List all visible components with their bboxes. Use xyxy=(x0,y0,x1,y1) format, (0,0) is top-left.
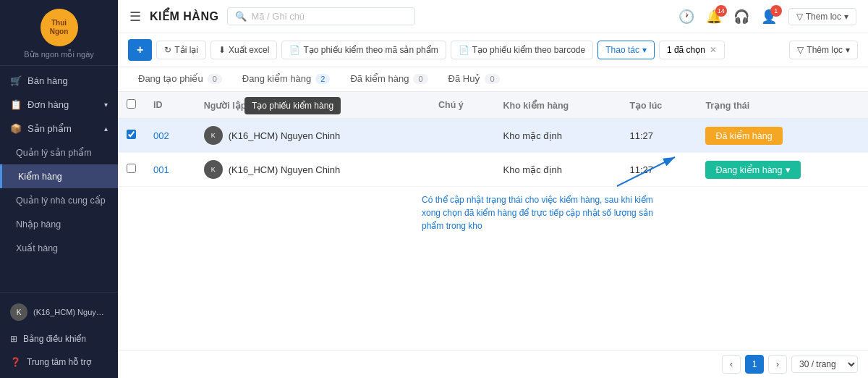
create-by-barcode-label: Tạo phiếu kiểm theo barcode xyxy=(472,45,585,55)
header-warehouse: Kho kiểm hàng xyxy=(495,92,621,119)
row-warehouse: Kho mặc định xyxy=(495,119,621,153)
row-id[interactable]: 001 xyxy=(145,153,195,187)
filter-label: Thêm lọc xyxy=(807,45,843,55)
row-id[interactable]: 002 xyxy=(145,119,195,153)
theme-button[interactable]: ▽ Them loc ▾ xyxy=(788,8,856,25)
sidebar-tagline: Bữa ngon mỗi ngày xyxy=(24,50,94,59)
export-label: Xuất excel xyxy=(229,45,269,55)
reload-label: Tải lại xyxy=(174,45,198,55)
topbar-right: 🕐 🔔 14 🎧 👤 1 ▽ Them loc ▾ xyxy=(678,8,856,25)
tabs-bar: Đang tạo phiếu 0 Đang kiểm hàng 2 Đã kiể… xyxy=(118,67,868,92)
row-checkbox-cell[interactable] xyxy=(118,119,145,153)
sidebar-item-quan-ly-nha-cung-cap[interactable]: Quản lý nhà cung cấp xyxy=(0,188,118,212)
sidebar-item-support[interactable]: ❓ Trung tâm hỗ trợ xyxy=(0,350,118,374)
header-checkbox[interactable] xyxy=(118,92,145,119)
tab-label: Đã kiểm hàng xyxy=(350,73,409,84)
create-tooltip: Tạo phiếu kiểm hàng xyxy=(244,97,341,114)
tab-count: 0 xyxy=(413,74,427,84)
row-creator: K (K16_HCM) Nguyen Chinh xyxy=(195,153,430,187)
sidebar-item-user[interactable]: K (K16_HCM) Nguyen Chin xyxy=(0,297,118,327)
sidebar-item-label: Kiểm hàng xyxy=(18,171,62,182)
tab-creating[interactable]: Đang tạo phiếu 0 xyxy=(128,67,232,91)
sidebar-item-san-pham[interactable]: 📦 Sản phẩm ▴ xyxy=(0,117,118,140)
row-checkbox[interactable] xyxy=(127,164,136,173)
sidebar-logo: Thui Ngon Bữa ngon mỗi ngày xyxy=(0,0,118,66)
prev-page-button[interactable]: ‹ xyxy=(722,355,741,374)
clear-selection-icon[interactable]: ✕ xyxy=(710,45,717,55)
avatar: K xyxy=(204,126,223,145)
user-badge: 1 xyxy=(770,5,782,17)
tab-done[interactable]: Đã kiểm hàng 0 xyxy=(340,67,438,91)
sidebar-item-label: Đơn hàng xyxy=(27,99,69,110)
notification-icon[interactable]: 🔔 14 xyxy=(706,9,722,25)
logo-text: Thui Ngon xyxy=(50,19,69,36)
tab-checking[interactable]: Đang kiểm hàng 2 xyxy=(232,67,341,91)
tab-label: Đã Huỷ xyxy=(448,73,481,84)
sidebar-item-dashboard[interactable]: ⊞ Bảng điều khiển xyxy=(0,327,118,350)
clock-icon[interactable]: 🕐 xyxy=(678,9,694,25)
notification-badge: 14 xyxy=(715,5,727,17)
row-creator: K (K16_HCM) Nguyen Chinh xyxy=(195,119,430,153)
next-page-button[interactable]: › xyxy=(768,355,787,374)
sidebar-item-label: Xuất hàng xyxy=(16,243,58,253)
sidebar-item-label: Quản lý sản phẩm xyxy=(16,147,92,158)
filter-button[interactable]: ▽ Thêm lọc ▾ xyxy=(789,41,858,59)
export-button[interactable]: ⬇ Xuất excel xyxy=(210,41,277,59)
filter-icon: ▽ xyxy=(796,12,803,22)
row-note xyxy=(430,119,495,153)
row-status[interactable]: Đang kiểm hàng ▾ xyxy=(697,153,868,187)
row-checkbox[interactable] xyxy=(127,130,136,139)
dashboard-icon: ⊞ xyxy=(10,334,17,344)
tooltip-text: Tạo phiếu kiểm hàng xyxy=(252,101,333,111)
sidebar-item-label: Bán hàng xyxy=(27,75,68,86)
sidebar-item-label: Nhập hàng xyxy=(16,219,61,230)
sidebar-item-label: Trung tâm hỗ trợ xyxy=(27,357,91,367)
row-status[interactable]: Đã kiểm hàng xyxy=(697,119,868,153)
create-by-barcode-button[interactable]: 📄 Tạo phiếu kiểm theo barcode xyxy=(451,41,593,59)
row-created: 11:27 xyxy=(621,153,697,187)
selected-text: 1 đã chọn xyxy=(667,45,705,55)
row-checkbox-cell[interactable] xyxy=(118,153,145,187)
sidebar: Thui Ngon Bữa ngon mỗi ngày 🛒 Bán hàng 📋… xyxy=(0,0,118,378)
per-page-select[interactable]: 30 / trang 50 / trang 100 / trang xyxy=(791,356,858,373)
chevron-down-icon: ▾ xyxy=(844,12,848,22)
page-1-button[interactable]: 1 xyxy=(745,355,764,374)
tab-label: Đang tạo phiếu xyxy=(138,73,203,84)
action-button[interactable]: Thao tác ▾ xyxy=(597,41,655,59)
sidebar-item-kiem-hang[interactable]: Kiểm hàng xyxy=(0,164,118,188)
header-note: Chú ý xyxy=(430,92,495,119)
row-note xyxy=(430,153,495,187)
tab-count: 2 xyxy=(315,74,330,84)
headset-icon[interactable]: 🎧 xyxy=(733,9,749,25)
page-number: 1 xyxy=(752,359,757,369)
chevron-down-icon: ▾ xyxy=(846,45,850,55)
status-badge[interactable]: Đã kiểm hàng xyxy=(705,127,782,145)
sidebar-item-ban-hang[interactable]: 🛒 Bán hàng xyxy=(0,69,118,93)
sidebar-item-quan-ly-san-pham[interactable]: Quản lý sản phẩm xyxy=(0,140,118,164)
sidebar-item-don-hang[interactable]: 📋 Đơn hàng ▾ xyxy=(0,93,118,117)
action-label: Thao tác xyxy=(605,45,639,55)
tab-cancelled[interactable]: Đã Huỷ 0 xyxy=(438,67,510,91)
page-title: KIỂM HÀNG xyxy=(150,9,218,23)
hamburger-icon[interactable]: ☰ xyxy=(129,9,141,25)
chevron-down-icon: ▾ xyxy=(642,45,647,55)
create-button[interactable]: + xyxy=(128,39,152,61)
sidebar-item-nhap-hang[interactable]: Nhập hàng xyxy=(0,212,118,236)
sidebar-item-xuat-hang[interactable]: Xuất hàng xyxy=(0,236,118,260)
chevron-down-icon: ▾ xyxy=(786,164,791,175)
main-content: ☰ KIỂM HÀNG 🔍 Mã / Ghi chú 🕐 🔔 14 🎧 👤 1 … xyxy=(118,0,868,378)
search-box[interactable]: 🔍 Mã / Ghi chú xyxy=(227,7,415,25)
status-badge[interactable]: Đang kiểm hàng ▾ xyxy=(705,161,800,179)
download-icon: ⬇ xyxy=(218,45,226,55)
tab-count: 0 xyxy=(485,74,499,84)
chevron-up-icon: ▴ xyxy=(104,125,108,133)
header-id: ID xyxy=(145,92,195,119)
avatar: K xyxy=(204,160,223,179)
product-icon: 📦 xyxy=(10,123,22,134)
file-icon: 📄 xyxy=(289,45,300,55)
user-icon[interactable]: 👤 1 xyxy=(761,9,777,25)
create-by-code-button[interactable]: 📄 Tạo phiếu kiểm theo mã sản phẩm xyxy=(281,41,446,59)
reload-button[interactable]: ↻ Tải lại xyxy=(156,41,206,59)
reload-icon: ↻ xyxy=(164,45,171,55)
select-all-checkbox[interactable] xyxy=(127,99,136,109)
